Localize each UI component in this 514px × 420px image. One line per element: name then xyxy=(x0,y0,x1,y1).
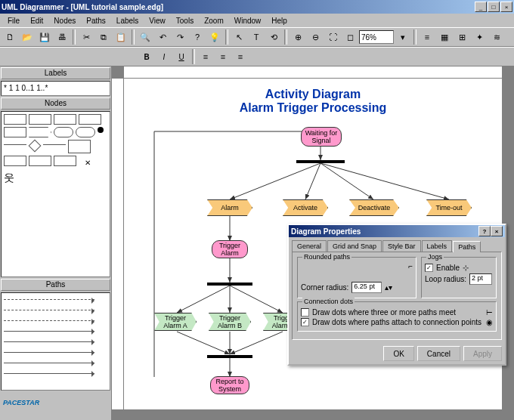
path-style-icon[interactable] xyxy=(4,373,94,374)
rect-shape-icon[interactable] xyxy=(4,127,26,137)
help-icon[interactable]: ? xyxy=(189,29,206,45)
rect-shape-icon[interactable] xyxy=(4,114,26,125)
undo-icon[interactable]: ↶ xyxy=(154,29,171,45)
menu-labels[interactable]: Labels xyxy=(112,16,143,26)
box3d-shape-icon[interactable] xyxy=(68,140,91,153)
dots-cb2-checkbox[interactable]: ✓ xyxy=(301,318,309,326)
menu-file[interactable]: File xyxy=(3,16,24,26)
rect-shape-icon[interactable] xyxy=(54,156,76,166)
zoom-fit-icon[interactable]: ⛶ xyxy=(324,29,341,45)
loop-radius-input[interactable]: 2 pt xyxy=(469,273,492,285)
zoom-input[interactable]: 76% xyxy=(359,30,394,44)
dialog-help-icon[interactable]: ? xyxy=(478,226,491,236)
path-style-icon[interactable] xyxy=(4,363,94,363)
line-shape-icon[interactable] xyxy=(4,144,26,145)
bold-icon[interactable]: B xyxy=(138,49,155,64)
rect-shape-icon[interactable] xyxy=(29,156,51,166)
path-style-icon[interactable] xyxy=(4,320,94,321)
line-shape-icon[interactable] xyxy=(43,144,66,145)
menu-zoom[interactable]: Zoom xyxy=(200,16,228,26)
node-deactivate[interactable]: Deactivate xyxy=(349,199,399,216)
align-left-icon[interactable]: ≡ xyxy=(197,49,214,64)
italic-icon[interactable]: I xyxy=(156,49,172,64)
rounded-shape-icon[interactable] xyxy=(76,127,95,137)
menu-edit[interactable]: Edit xyxy=(26,16,48,26)
node-fork-bar[interactable] xyxy=(296,160,345,163)
rect-shape-icon[interactable] xyxy=(29,114,51,125)
grid-icon[interactable]: ▦ xyxy=(436,29,453,45)
actor-shape-icon[interactable]: 웃 xyxy=(4,172,14,183)
redo-icon[interactable]: ↷ xyxy=(172,29,188,45)
node-alarm[interactable]: Alarm xyxy=(207,199,252,216)
align-icon[interactable]: ≡ xyxy=(419,29,435,45)
text-icon[interactable]: T xyxy=(248,29,265,45)
x-shape-icon[interactable]: ✕ xyxy=(85,159,91,167)
maximize-icon[interactable]: □ xyxy=(488,2,500,12)
path-style-icon[interactable] xyxy=(4,352,94,353)
align-right-icon[interactable]: ≡ xyxy=(232,49,249,64)
copy-icon[interactable]: ⧉ xyxy=(95,29,112,45)
path-style-icon[interactable] xyxy=(4,331,94,332)
new-icon[interactable]: 🗋 xyxy=(2,29,18,45)
find-icon[interactable]: 🔍 xyxy=(137,29,153,45)
diamond-shape-icon[interactable] xyxy=(29,140,42,153)
zoom-in-icon[interactable]: ⊕ xyxy=(290,29,306,45)
print-icon[interactable]: 🖶 xyxy=(54,29,70,45)
dots-cb1-checkbox[interactable] xyxy=(301,308,309,317)
dot-shape-icon[interactable] xyxy=(98,127,104,133)
bulb-icon[interactable]: 💡 xyxy=(206,29,223,45)
menu-view[interactable]: View xyxy=(144,16,170,26)
cut-icon[interactable]: ✂ xyxy=(78,29,94,45)
path-style-icon[interactable] xyxy=(4,299,94,300)
labels-panel-header[interactable]: Labels xyxy=(1,67,110,79)
nodes-panel-header[interactable]: Nodes xyxy=(1,97,110,110)
zoom-100-icon[interactable]: ◻ xyxy=(342,29,358,45)
save-icon[interactable]: 💾 xyxy=(36,29,53,45)
label-item[interactable]: 1 0..1 xyxy=(15,84,34,92)
cancel-button[interactable]: Cancel xyxy=(417,346,460,361)
stepper-icon[interactable]: ▴▾ xyxy=(385,283,392,292)
label-item[interactable]: 1..* xyxy=(36,84,48,92)
node-join-bar[interactable] xyxy=(207,355,252,358)
node-timeout[interactable]: Time-out xyxy=(426,199,472,216)
dialog-title-bar[interactable]: Diagram Properties ? × xyxy=(289,225,505,237)
node-trigger-a[interactable]: Trigger Alarm A xyxy=(154,313,197,331)
rect-shape-icon[interactable] xyxy=(54,114,76,125)
guides-icon[interactable]: ✦ xyxy=(471,29,488,45)
paste-icon[interactable]: 📋 xyxy=(113,29,129,45)
zoom-drop-icon[interactable]: ▾ xyxy=(395,29,411,45)
snap-icon[interactable]: ⊞ xyxy=(454,29,470,45)
menu-window[interactable]: Window xyxy=(230,16,266,26)
align-center-icon[interactable]: ≡ xyxy=(215,49,231,64)
tab-labels[interactable]: Labels xyxy=(422,240,453,252)
open-icon[interactable]: 📂 xyxy=(19,29,36,45)
corner-radius-input[interactable]: 6.25 pt xyxy=(351,282,382,293)
paths-panel-header[interactable]: Paths xyxy=(1,279,110,291)
ok-button[interactable]: OK xyxy=(383,346,413,361)
rotate-icon[interactable]: ⟲ xyxy=(265,29,282,45)
menu-help[interactable]: Help xyxy=(267,16,292,26)
tab-paths[interactable]: Paths xyxy=(453,241,481,252)
pointer-icon[interactable]: ↖ xyxy=(231,29,247,45)
node-report[interactable]: Report to System xyxy=(210,376,249,394)
path-style-icon[interactable] xyxy=(4,341,94,342)
tab-grid[interactable]: Grid and Snap xyxy=(327,240,382,252)
enable-jogs-checkbox[interactable]: ✓ xyxy=(425,264,433,272)
menu-nodes[interactable]: Nodes xyxy=(49,16,80,26)
node-trigger[interactable]: Trigger Alarm xyxy=(212,240,248,258)
apply-button[interactable]: Apply xyxy=(463,346,502,361)
node-activate[interactable]: Activate xyxy=(283,199,328,216)
label-item[interactable]: * 1 xyxy=(4,84,13,92)
chevron-shape-icon[interactable] xyxy=(29,127,51,137)
menu-tools[interactable]: Tools xyxy=(172,16,198,26)
underline-icon[interactable]: U xyxy=(173,49,190,64)
node-fork-bar2[interactable] xyxy=(207,283,252,286)
close-icon[interactable]: × xyxy=(500,2,512,12)
rounded-shape-icon[interactable] xyxy=(54,127,73,137)
minimize-icon[interactable]: _ xyxy=(475,2,487,12)
rect-shape-icon[interactable] xyxy=(79,114,101,125)
tab-general[interactable]: General xyxy=(292,240,327,252)
node-trigger-b[interactable]: Trigger Alarm B xyxy=(209,313,251,331)
layers-icon[interactable]: ≋ xyxy=(488,29,505,45)
menu-paths[interactable]: Paths xyxy=(82,16,110,26)
